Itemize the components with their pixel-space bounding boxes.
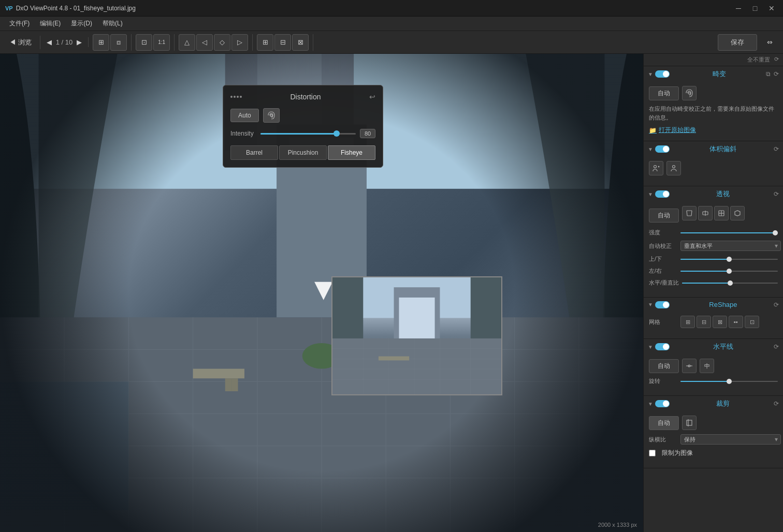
- fisheye-mode-button[interactable]: Fisheye: [328, 145, 375, 160]
- grid2-button[interactable]: ⊟: [274, 34, 291, 51]
- barrel-mode-button[interactable]: Barrel: [230, 145, 278, 160]
- open-original-link[interactable]: 📁 打开原始图像: [649, 126, 778, 135]
- distortion-auto-button[interactable]: 自动: [649, 86, 679, 100]
- nav-next-button[interactable]: ▶: [75, 37, 84, 47]
- reshape-enable-toggle[interactable]: [655, 301, 670, 308]
- horizon-enable-toggle[interactable]: [655, 343, 670, 350]
- crop-section-header[interactable]: ▼ 裁剪 ⟳: [644, 396, 783, 411]
- horizon-section-header[interactable]: ▼ 水平线 ⟳: [644, 339, 783, 354]
- crop-button[interactable]: ⊡: [136, 34, 152, 51]
- perspective-auto-row: 自动: [649, 206, 778, 225]
- close-button[interactable]: ✕: [765, 2, 778, 14]
- fit-screen-button[interactable]: ⊞: [93, 34, 109, 51]
- distortion-enable-toggle[interactable]: [655, 70, 670, 78]
- save-button[interactable]: 保存: [718, 34, 757, 51]
- grid3-button[interactable]: ⊠: [292, 34, 309, 51]
- ratio-select[interactable]: 保持 自由 1:1 4:3 16:9: [680, 434, 781, 445]
- horizon-level-button[interactable]: [682, 359, 697, 373]
- distortion-reset-icon[interactable]: ⟳: [774, 70, 779, 78]
- reshape-section-header[interactable]: ▼ ReShape ⟳: [644, 298, 783, 312]
- volume-person-button[interactable]: [649, 161, 663, 175]
- browse-button[interactable]: ◀ 浏览: [5, 36, 36, 49]
- volume-reset-icon[interactable]: ⟳: [774, 145, 779, 153]
- volume-section-header[interactable]: ▼ 体积偏斜 ⟳: [644, 141, 783, 157]
- distortion-fingerprint-button[interactable]: [682, 86, 697, 100]
- grid-btn-3[interactable]: ⊠: [713, 316, 727, 328]
- crop-auto-button[interactable]: 自动: [649, 416, 679, 430]
- expand-button[interactable]: ⇔: [761, 34, 778, 51]
- grid-btn-5[interactable]: ⊡: [745, 316, 759, 328]
- perspective-icon3[interactable]: [714, 206, 729, 220]
- ud-slider[interactable]: [680, 259, 778, 260]
- menu-item-1[interactable]: 编辑(E): [35, 17, 66, 30]
- tool2-button[interactable]: ◁: [196, 34, 213, 51]
- grid-button[interactable]: ⊞: [257, 34, 273, 51]
- menu-item-0[interactable]: 文件(F): [4, 17, 35, 30]
- volume-person2-button[interactable]: [666, 161, 681, 175]
- grid-btn-4[interactable]: ▪▪: [729, 316, 743, 328]
- svg-point-46: [654, 166, 657, 168]
- auto-button[interactable]: Auto: [230, 109, 259, 122]
- perspective-icon4[interactable]: [730, 206, 745, 220]
- lr-thumb[interactable]: [727, 269, 732, 274]
- distortion-auto-row: 自动: [649, 86, 778, 100]
- intensity-slider[interactable]: [260, 133, 356, 135]
- intensity-thumb[interactable]: [334, 130, 340, 137]
- reshape-reset-icon[interactable]: ⟳: [774, 301, 779, 308]
- tool3-button[interactable]: ◇: [214, 34, 230, 51]
- reset-all-label[interactable]: 全不重置: [747, 56, 770, 64]
- aspect-thumb[interactable]: [728, 280, 733, 286]
- horizon-reset-icon[interactable]: ⟳: [774, 343, 779, 350]
- perspective-auto-button[interactable]: 自动: [649, 209, 679, 223]
- intensity-ctrl-slider[interactable]: [680, 232, 778, 233]
- canvas-area[interactable]: Distortion ↩ Auto Intensity: [0, 54, 643, 532]
- intensity-slider-thumb[interactable]: [773, 230, 778, 235]
- rotate-row: 旋转: [649, 377, 778, 385]
- aspect-slider[interactable]: [682, 283, 778, 284]
- volume-section-content: [644, 157, 783, 186]
- distortion-section-content: 自动 在应用自动畸变校正之前，需要来自原始图像文件的信息。 📁 打开原始图像: [644, 82, 783, 141]
- auto-correct-select[interactable]: 垂直和水平 仅垂直 仅水平: [680, 241, 781, 251]
- enable-dot: [663, 71, 669, 77]
- crop-toggle-icon: ▼: [648, 401, 653, 407]
- crop-enable-toggle[interactable]: [655, 400, 670, 407]
- perspective-icon1[interactable]: [682, 206, 697, 220]
- svg-point-28: [270, 114, 272, 116]
- menu-item-3[interactable]: 帮助(L): [97, 17, 128, 30]
- perspective-enable-toggle[interactable]: [655, 190, 670, 198]
- tool1-button[interactable]: △: [179, 34, 195, 51]
- perspective-toggle-icon: ▼: [648, 191, 653, 197]
- crop-icon-button[interactable]: [682, 416, 697, 430]
- crop-reset-icon[interactable]: ⟳: [774, 400, 779, 407]
- lr-slider[interactable]: [680, 271, 778, 272]
- fingerprint-button[interactable]: [263, 108, 280, 123]
- compare-button[interactable]: ⧈: [110, 34, 127, 51]
- distortion-copy-icon[interactable]: ⧉: [766, 70, 771, 78]
- intensity-label: Intensity: [230, 130, 256, 137]
- ud-thumb[interactable]: [727, 257, 732, 262]
- constrain-checkbox[interactable]: [649, 450, 656, 456]
- zoom-1-1-button[interactable]: 1:1: [153, 34, 170, 51]
- refresh-icon[interactable]: ⟳: [774, 56, 779, 64]
- rotate-thumb[interactable]: [727, 379, 732, 384]
- horizon-center-button[interactable]: 中: [700, 359, 714, 373]
- horizon-auto-button[interactable]: 自动: [649, 359, 679, 373]
- perspective-section-header[interactable]: ▼ 透视 ⟳: [644, 186, 783, 202]
- pincushion-mode-button[interactable]: Pincushion: [279, 145, 327, 160]
- distortion-section-header[interactable]: ▼ 畸变 ⧉ ⟳: [644, 66, 783, 82]
- grid-btn-2[interactable]: ⊟: [697, 316, 711, 328]
- nav-prev-button[interactable]: ◀: [45, 37, 54, 47]
- svg-point-49: [673, 166, 675, 168]
- drag-handle[interactable]: [230, 96, 242, 98]
- tool4-button[interactable]: ▷: [231, 34, 248, 51]
- menu-item-2[interactable]: 显示(D): [66, 17, 97, 30]
- volume-enable-toggle[interactable]: [655, 145, 670, 153]
- perspective-reset-icon[interactable]: ⟳: [774, 190, 779, 198]
- minimize-button[interactable]: ─: [732, 2, 745, 14]
- grid-btn-1[interactable]: ⊞: [680, 316, 695, 328]
- maximize-button[interactable]: □: [749, 2, 761, 14]
- panel-close-button[interactable]: ↩: [369, 93, 375, 101]
- perspective-icon2[interactable]: [698, 206, 713, 220]
- window-title: DxO ViewPoint 4.8 - 01_fisheye_tutorial.…: [16, 5, 732, 12]
- rotate-slider[interactable]: [680, 381, 778, 382]
